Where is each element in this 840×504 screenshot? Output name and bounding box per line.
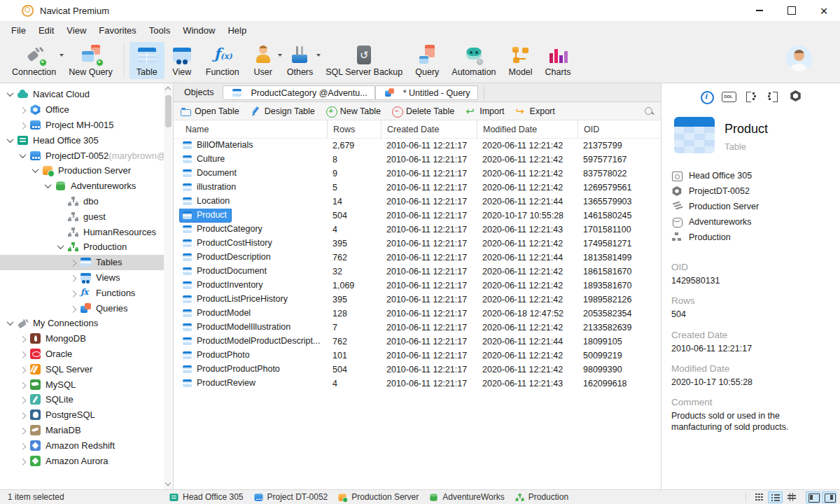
- chevron-down-icon[interactable]: [55, 241, 66, 253]
- chevron-right-icon[interactable]: [17, 119, 29, 130]
- toolbar-button-charts[interactable]: Charts: [539, 42, 578, 79]
- sidebar-item-navicat-cloud[interactable]: Navicat Cloud: [0, 87, 173, 102]
- new-table-button[interactable]: New Table: [326, 106, 381, 117]
- chevron-right-icon[interactable]: [17, 104, 29, 115]
- toolbar-button-others[interactable]: Others: [281, 42, 320, 79]
- sidebar-item-production-server[interactable]: Production Server: [0, 163, 173, 178]
- chevron-right-icon[interactable]: [67, 302, 79, 314]
- ddl-tab[interactable]: [721, 89, 736, 103]
- sidebar-item-head-office-305[interactable]: Head Office 305: [0, 132, 173, 148]
- chevron-right-icon[interactable]: [17, 440, 29, 451]
- scroll-down-icon[interactable]: [165, 480, 171, 486]
- sidebar-item-postgresql[interactable]: PostgreSQL: [0, 407, 173, 423]
- menu-item-edit[interactable]: Edit: [32, 22, 60, 38]
- sidebar-item-mariadb[interactable]: MariaDB: [0, 423, 173, 438]
- menu-item-help[interactable]: Help: [221, 22, 253, 38]
- column-header-name[interactable]: Name: [174, 120, 327, 138]
- sidebar-item-mysql[interactable]: MySQL: [0, 377, 173, 392]
- dependencies-tab[interactable]: [766, 89, 780, 103]
- table-row[interactable]: Culture82010-06-11 12:21:172020-06-11 12…: [174, 153, 661, 167]
- toolbar-button-new-query[interactable]: New Query: [62, 42, 119, 79]
- toolbar-button-function[interactable]: Function: [200, 42, 246, 79]
- sidebar-item-humanresources[interactable]: HumanResources: [0, 224, 173, 239]
- close-button[interactable]: [808, 0, 840, 21]
- sidebar-item-sql-server[interactable]: SQL Server: [0, 361, 173, 377]
- user-avatar[interactable]: [786, 46, 812, 71]
- sidebar-item-dbo[interactable]: dbo: [0, 194, 173, 209]
- column-header-rows[interactable]: Rows: [327, 120, 381, 138]
- menu-item-favorites[interactable]: Favorites: [92, 22, 142, 38]
- tab-objects[interactable]: Objects: [175, 83, 223, 102]
- toolbar-button-automation[interactable]: Automation: [445, 42, 502, 79]
- sidebar-item-production[interactable]: Production: [0, 239, 173, 255]
- sidebar-item-office[interactable]: Office: [0, 102, 173, 118]
- sidebar-item-views[interactable]: Views: [0, 270, 173, 286]
- table-row[interactable]: Location142010-06-11 12:21:172020-06-11 …: [174, 195, 661, 209]
- chevron-right-icon[interactable]: [17, 394, 29, 405]
- column-header-oid[interactable]: OID: [578, 120, 661, 138]
- table-row[interactable]: Document92010-06-11 12:21:172020-06-11 1…: [174, 167, 661, 181]
- search-icon[interactable]: [643, 106, 654, 117]
- related-objects-tab[interactable]: [743, 89, 758, 103]
- chevron-right-icon[interactable]: [17, 333, 29, 344]
- list-view-button[interactable]: [768, 491, 783, 503]
- column-header-created-date[interactable]: Created Date: [381, 120, 477, 138]
- chevron-right-icon[interactable]: [67, 257, 79, 268]
- sidebar-item-oracle[interactable]: Oracle: [0, 346, 173, 362]
- toolbar-button-model[interactable]: Model: [503, 42, 539, 79]
- table-row[interactable]: ProductDocument322010-06-11 12:21:172020…: [174, 265, 661, 279]
- table-row[interactable]: ProductModelProductDescript...7622010-06…: [174, 335, 661, 349]
- chevron-right-icon[interactable]: [17, 363, 29, 374]
- table-row[interactable]: BillOfMaterials2,6792010-06-11 12:21:172…: [174, 139, 661, 153]
- import-button[interactable]: Import: [465, 106, 504, 117]
- menu-item-file[interactable]: File: [5, 22, 32, 38]
- chevron-right-icon[interactable]: [17, 410, 29, 421]
- sidebar-item-sqlite[interactable]: SQLite: [0, 392, 173, 407]
- toolbar-button-sql-server-backup[interactable]: SQL Server Backup: [319, 42, 409, 79]
- chevron-down-icon[interactable]: [42, 181, 54, 192]
- scrollbar-thumb[interactable]: [165, 95, 172, 127]
- sidebar-item-mongodb[interactable]: MongoDB: [0, 331, 173, 346]
- sidebar-item-guest[interactable]: guest: [0, 209, 173, 224]
- sidebar-scrollbar[interactable]: [164, 83, 173, 489]
- table-row[interactable]: ProductDescription7622010-06-11 12:21:17…: [174, 251, 661, 265]
- sidebar-item-queries[interactable]: Queries: [0, 300, 173, 316]
- table-row[interactable]: ProductListPriceHistory3952010-06-11 12:…: [174, 293, 661, 307]
- scroll-up-icon[interactable]: [165, 87, 171, 92]
- table-row[interactable]: ProductModel1282010-06-11 12:21:172020-0…: [174, 307, 661, 321]
- grid-view-button[interactable]: [752, 491, 766, 503]
- toolbar-button-user[interactable]: User: [246, 42, 281, 79]
- open-table-button[interactable]: Open Table: [180, 106, 239, 117]
- sidebar-item-project-mh-0015[interactable]: Project MH-0015: [0, 118, 173, 133]
- chevron-right-icon[interactable]: [17, 455, 29, 466]
- maximize-button[interactable]: [776, 0, 808, 21]
- sidebar-item-functions[interactable]: Functions: [0, 285, 173, 300]
- delete-table-button[interactable]: Delete Table: [391, 106, 454, 117]
- chevron-right-icon[interactable]: [67, 272, 79, 283]
- settings-tab[interactable]: [788, 89, 803, 103]
- chevron-down-icon[interactable]: [4, 318, 16, 329]
- design-table-button[interactable]: Design Table: [250, 106, 315, 117]
- tab-untitled-query[interactable]: * Untitled - Query: [375, 85, 478, 100]
- tab-productcategory-adventu[interactable]: ProductCategory @Adventu...: [223, 85, 374, 100]
- chevron-down-icon[interactable]: [4, 134, 16, 146]
- table-row[interactable]: ProductPhoto1012010-06-11 12:21:172020-0…: [174, 349, 661, 363]
- export-button[interactable]: Export: [515, 106, 555, 117]
- chevron-down-icon[interactable]: [17, 150, 29, 161]
- info-tab[interactable]: [699, 89, 713, 103]
- chevron-down-icon[interactable]: [29, 165, 41, 176]
- table-row[interactable]: ProductProductPhoto5042010-06-11 12:21:1…: [174, 363, 661, 377]
- minimize-button[interactable]: [743, 0, 776, 21]
- toolbar-button-connection[interactable]: Connection: [6, 42, 62, 79]
- chevron-right-icon[interactable]: [67, 287, 79, 298]
- left-pane-toggle-button[interactable]: [806, 491, 820, 503]
- sidebar-item-tables[interactable]: Tables: [0, 255, 173, 270]
- sidebar-item-projectdt-0052[interactable]: ProjectDT-0052 (marybrown@: [0, 148, 173, 163]
- menu-item-tools[interactable]: Tools: [143, 22, 176, 38]
- toolbar-button-query[interactable]: Query: [409, 42, 445, 79]
- detail-view-button[interactable]: [784, 491, 799, 503]
- chevron-right-icon[interactable]: [17, 379, 29, 390]
- sidebar-item-amazon-redshift[interactable]: Amazon Redshift: [0, 438, 173, 453]
- chevron-down-icon[interactable]: [4, 89, 16, 100]
- toolbar-button-table[interactable]: Table: [130, 42, 164, 79]
